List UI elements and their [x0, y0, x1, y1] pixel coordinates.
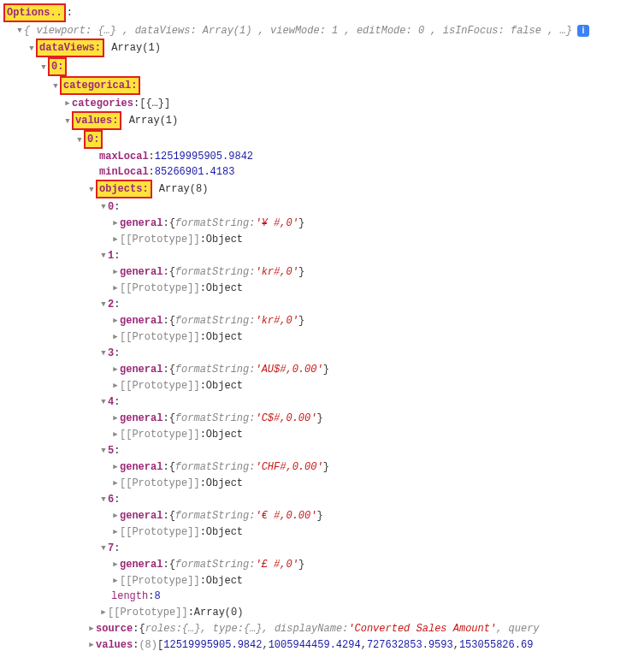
valuesarr-v1: 1005944459.4294	[269, 637, 361, 653]
proto-key-2[interactable]: [[Prototype]]	[120, 329, 200, 345]
val-isinfocus: false	[511, 25, 541, 37]
obj-index-5[interactable]: 5	[108, 443, 114, 459]
minlocal-key[interactable]: minLocal	[99, 164, 149, 180]
caret-general-0[interactable]	[111, 215, 120, 231]
obj-index-0[interactable]: 0	[108, 199, 114, 215]
proto-key-1[interactable]: [[Prototype]]	[120, 281, 200, 296]
caret-dataviews[interactable]	[27, 40, 36, 56]
caret-general-7[interactable]	[111, 556, 120, 572]
categorical-key[interactable]: categorical:	[60, 76, 140, 95]
proto-key-5[interactable]: [[Prototype]]	[120, 476, 200, 491]
caret-general-3[interactable]	[111, 361, 120, 377]
caret-proto-0[interactable]	[111, 231, 120, 247]
values-type: Array(1)	[122, 113, 178, 128]
obj-index-2[interactable]: 2	[108, 297, 114, 312]
general-key-4[interactable]: general	[120, 411, 162, 426]
dv-index0[interactable]: 0:	[48, 57, 67, 76]
caret-valuesarr[interactable]	[87, 636, 96, 653]
caret-proto-objects[interactable]	[99, 604, 108, 620]
valuesarr-v3: 153055826.69	[459, 637, 533, 653]
general-key-2[interactable]: general	[120, 313, 162, 329]
dataviews-key[interactable]: dataViews:	[36, 38, 104, 57]
caret-general-5[interactable]	[111, 459, 120, 475]
caret-proto-5[interactable]	[111, 475, 120, 491]
valuesarr-key[interactable]: values	[96, 637, 133, 653]
caret-proto-6[interactable]	[111, 524, 120, 540]
caret-proto-4[interactable]	[111, 426, 120, 442]
obj-index-7[interactable]: 7	[108, 541, 114, 556]
source-key[interactable]: source	[96, 621, 133, 636]
proto-val-7: Object	[206, 573, 243, 589]
valuesarr-count: (8)	[139, 637, 157, 653]
formatstring-val-1: 'kr#,0'	[255, 264, 298, 280]
caret-obj2[interactable]	[99, 296, 108, 312]
caret-obj1[interactable]	[99, 247, 108, 263]
length-key[interactable]: length	[111, 589, 148, 604]
caret-obj6[interactable]	[99, 491, 108, 507]
proto-key-7[interactable]: [[Prototype]]	[120, 573, 200, 589]
source-type-val: {…}	[244, 621, 263, 636]
formatstring-val-4: 'C$#,0.00'	[255, 411, 316, 426]
options-label[interactable]: Options..	[3, 3, 66, 22]
formatstring-val-5: 'CHF#,0.00'	[255, 459, 322, 475]
formatstring-val-2: 'kr#,0'	[255, 313, 298, 329]
values-key[interactable]: values:	[72, 111, 121, 130]
proto-key-4[interactable]: [[Prototype]]	[120, 427, 200, 442]
proto-val-3: Object	[206, 378, 243, 394]
proto-key-0[interactable]: [[Prototype]]	[120, 232, 200, 247]
maxlocal-key[interactable]: maxLocal	[99, 149, 149, 164]
general-key-6[interactable]: general	[120, 508, 162, 524]
proto-objects-key[interactable]: [[Prototype]]	[108, 605, 188, 620]
caret-categories[interactable]	[63, 95, 72, 111]
caret-root[interactable]	[15, 22, 24, 38]
caret-proto-3[interactable]	[111, 377, 120, 394]
caret-obj0[interactable]	[99, 198, 108, 215]
caret-objects[interactable]	[87, 181, 96, 198]
values-index0[interactable]: 0:	[84, 130, 103, 149]
general-key-3[interactable]: general	[120, 362, 162, 377]
general-key-1[interactable]: general	[120, 264, 162, 280]
caret-proto-1[interactable]	[111, 280, 120, 296]
categories-key[interactable]: categories	[72, 96, 133, 111]
caret-values[interactable]	[63, 113, 72, 129]
proto-key-6[interactable]: [[Prototype]]	[120, 524, 200, 540]
proto-val-0: Object	[206, 232, 243, 247]
val-editmode: 0	[418, 25, 424, 37]
general-key-7[interactable]: general	[120, 557, 162, 572]
obj-index-1[interactable]: 1	[108, 248, 114, 263]
formatstring-key-1: formatString:	[175, 264, 256, 280]
caret-obj5[interactable]	[99, 442, 108, 459]
val-viewmode: 1	[332, 25, 338, 37]
caret-obj7[interactable]	[99, 540, 108, 556]
proto-key-3[interactable]: [[Prototype]]	[120, 378, 200, 394]
minlocal-val: 85266901.4183	[155, 164, 235, 180]
valuesarr-v2: 727632853.9593	[367, 637, 453, 653]
general-key-0[interactable]: general	[120, 216, 162, 231]
caret-general-2[interactable]	[111, 312, 120, 329]
caret-categorical[interactable]	[51, 78, 60, 94]
key-dataviews: , dataViews:	[122, 25, 203, 37]
source-type-key: , type:	[200, 621, 243, 636]
obj-index-6[interactable]: 6	[108, 492, 114, 507]
formatstring-key-6: formatString:	[175, 508, 256, 524]
brace-open: {	[24, 25, 30, 37]
formatstring-val-7: '£ #,0'	[255, 557, 298, 572]
caret-general-4[interactable]	[111, 410, 120, 426]
obj-index-3[interactable]: 3	[108, 346, 114, 361]
caret-dv0[interactable]	[39, 59, 48, 75]
caret-values0[interactable]	[75, 132, 84, 148]
caret-proto-7[interactable]	[111, 572, 120, 589]
caret-general-1[interactable]	[111, 263, 120, 280]
obj-index-4[interactable]: 4	[108, 394, 114, 410]
info-icon[interactable]: i	[577, 25, 589, 37]
objects-key[interactable]: objects:	[96, 180, 152, 198]
proto-val-2: Object	[206, 329, 243, 345]
caret-obj4[interactable]	[99, 394, 108, 410]
general-key-5[interactable]: general	[120, 459, 162, 475]
caret-general-6[interactable]	[111, 507, 120, 524]
caret-obj3[interactable]	[99, 345, 108, 361]
caret-proto-2[interactable]	[111, 329, 120, 345]
caret-source[interactable]	[87, 620, 96, 636]
proto-val-6: Object	[206, 524, 243, 540]
key-editmode: , editMode:	[345, 25, 418, 37]
